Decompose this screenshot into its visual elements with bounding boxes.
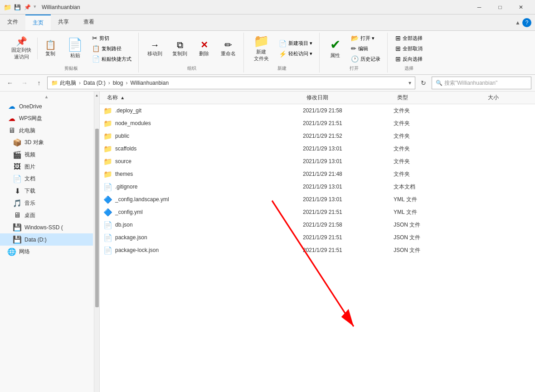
file-name-text: .gitignore (115, 184, 137, 190)
select-small-items: ⊞ 全部选择 ⊞ 全部取消 ⊞ 反向选择 (392, 33, 426, 64)
invert-select-button[interactable]: ⊞ 反向选择 (392, 54, 426, 64)
col-header-size[interactable]: 大小 (484, 92, 531, 103)
back-button[interactable]: ← (4, 77, 16, 89)
sidebar-item-datad[interactable]: 💾 Data (D:) (0, 233, 93, 246)
new-items: 📁 新建文件夹 📄 新建项目 ▾ ⚡ 轻松访问 ▾ (248, 33, 316, 64)
col-header-type[interactable]: 类型 (394, 92, 484, 103)
sidebar-item-music[interactable]: 🎵 音乐 (0, 197, 93, 209)
thispc-icon: 🖥 (7, 126, 16, 135)
file-row[interactable]: 📄 package-lock.json 2021/1/29 21:51 JSON… (100, 244, 535, 256)
file-row[interactable]: 📄 package.json 2021/1/29 21:51 JSON 文件 (100, 231, 535, 244)
select-none-icon: ⊞ (395, 45, 401, 52)
sidebar-item-downloads[interactable]: ⬇ 下载 (0, 185, 93, 197)
paste-shortcut-button[interactable]: 📄 粘贴快捷方式 (89, 54, 135, 64)
pin-to-quick-button[interactable]: 📌 固定到快速访问 (7, 34, 35, 63)
window-controls: ─ □ ✕ (469, 0, 531, 15)
history-button[interactable]: 🕐 历史记录 (348, 54, 384, 64)
file-list-header: 名称 ▲ 修改日期 类型 大小 (100, 92, 535, 104)
tab-home[interactable]: 主页 (25, 15, 51, 30)
sidebar-item-winssd[interactable]: 💾 Windows-SSD ( (0, 221, 93, 233)
file-row[interactable]: 📁 scaffolds 2021/1/29 13:01 文件夹 (100, 142, 535, 155)
sidebar-item-desktop[interactable]: 🖥 桌面 (0, 209, 93, 221)
cut-button[interactable]: ✂ 剪切 (89, 33, 135, 43)
new-item-button[interactable]: 📄 新建项目 ▾ (276, 39, 316, 48)
address-bar-area: ← → ↑ 📁 此电脑 › Data (D:) › blog › Willian… (0, 75, 535, 92)
copy-to-button[interactable]: ⧉ 复制到 (168, 38, 191, 59)
up-button[interactable]: ↑ (33, 77, 45, 89)
file-row[interactable]: 📄 db.json 2021/1/29 21:58 JSON 文件 (100, 218, 535, 231)
file-row[interactable]: 📁 .deploy_git 2021/1/29 21:58 文件夹 (100, 104, 535, 117)
col-header-name[interactable]: 名称 ▲ (103, 92, 303, 103)
sidebar-item-network[interactable]: 🌐 网络 (0, 246, 93, 258)
folder-icon: 📁 (103, 119, 112, 128)
json-icon: 📄 (103, 246, 112, 255)
sidebar-scrollbar[interactable]: ▲ ▼ (94, 92, 99, 392)
edit-button[interactable]: ✏ 编辑 (348, 44, 384, 53)
onedrive-icon: ☁ (7, 102, 16, 111)
col-header-date[interactable]: 修改日期 (303, 92, 394, 103)
open-button[interactable]: 📂 打开 ▾ (348, 33, 384, 43)
history-icon: 🕐 (351, 55, 359, 63)
close-button[interactable]: ✕ (511, 0, 531, 15)
wps-icon: ☁ (7, 114, 16, 123)
ribbon-content: 📌 固定到快速访问 📋 复制 📄 粘贴 ✂ 剪切 (0, 31, 535, 74)
file-row[interactable]: 🔷 _config.landscape.yml 2021/1/29 13:01 … (100, 193, 535, 206)
file-row-themes[interactable]: 📁 themes 2021/1/29 21:48 文件夹 (100, 168, 535, 180)
delete-button[interactable]: ✕ 删除 (193, 38, 215, 59)
file-type: 文件夹 (394, 120, 484, 127)
tab-view[interactable]: 查看 (76, 15, 102, 30)
folder-icon: 📁 (103, 106, 112, 115)
tab-share[interactable]: 共享 (51, 15, 76, 30)
help-button[interactable]: ? (522, 18, 531, 27)
ribbon-collapse-button[interactable]: ▲ (515, 19, 520, 26)
file-row[interactable]: 📁 source 2021/1/29 13:01 文件夹 (100, 155, 535, 168)
select-all-button[interactable]: ⊞ 全部选择 (392, 33, 426, 43)
easy-access-button[interactable]: ⚡ 轻松访问 ▾ (276, 49, 316, 59)
properties-button[interactable]: ✔ 属性 (324, 36, 346, 61)
copy-path-button[interactable]: 📋 复制路径 (89, 44, 135, 53)
vscroll-thumb[interactable] (95, 129, 99, 307)
search-bar[interactable]: 🔍 搜索"Willianhuanbian" (432, 77, 531, 89)
sidebar-item-wps[interactable]: ☁ WPS网盘 (0, 112, 93, 125)
select-all-icon: ⊞ (395, 34, 401, 42)
refresh-button[interactable]: ↻ (417, 77, 430, 89)
sidebar-item-picture[interactable]: 🖼 图片 (0, 161, 93, 173)
paste-icon: 📄 (67, 39, 83, 51)
address-dropdown[interactable]: ▾ (409, 80, 411, 86)
move-to-button[interactable]: → 移动到 (143, 38, 166, 59)
sidebar-label-desktop: 桌面 (24, 212, 89, 219)
open-small-items: 📂 打开 ▾ ✏ 编辑 🕐 历史记录 (348, 33, 384, 64)
rename-button[interactable]: ✏ 重命名 (217, 38, 240, 59)
sidebar-item-3d[interactable]: 📦 3D 对象 (0, 136, 93, 149)
file-date: 2021/1/29 21:51 (303, 209, 394, 215)
sidebar-item-onedrive[interactable]: ☁ OneDrive (0, 100, 93, 112)
file-row[interactable]: 📁 public 2021/1/29 21:52 文件夹 (100, 130, 535, 142)
sidebar-item-thispc[interactable]: 🖥 此电脑 (0, 125, 93, 136)
maximize-button[interactable]: □ (490, 0, 511, 15)
title-bar: 📁 💾 📌 ▾ Willianhuanbian ─ □ ✕ (0, 0, 535, 15)
vscroll-up-button[interactable]: ▲ (94, 92, 100, 99)
copy-path-icon: 📋 (92, 45, 100, 52)
copy-button[interactable]: 📋 复制 (39, 38, 61, 59)
select-none-button[interactable]: ⊞ 全部取消 (392, 44, 426, 53)
paste-button[interactable]: 📄 粘贴 (63, 36, 87, 61)
file-row[interactable]: 📄 .gitignore 2021/1/29 13:01 文本文档 (100, 180, 535, 193)
tab-file[interactable]: 文件 (0, 15, 25, 30)
sidebar-item-docs[interactable]: 📄 文档 (0, 173, 93, 185)
minimize-button[interactable]: ─ (469, 0, 490, 15)
file-type: YML 文件 (394, 208, 484, 216)
new-folder-button[interactable]: 📁 新建文件夹 (248, 33, 274, 64)
file-row[interactable]: 🔷 _config.yml 2021/1/29 21:51 YML 文件 (100, 206, 535, 218)
forward-button[interactable]: → (18, 77, 31, 89)
file-list: 📁 .deploy_git 2021/1/29 21:58 文件夹 📁 node… (100, 104, 535, 392)
window-title: Willianhuanbian (42, 4, 469, 10)
folder-icon: 📁 (103, 132, 112, 140)
select-items: ⊞ 全部选择 ⊞ 全部取消 ⊞ 反向选择 (392, 33, 426, 64)
sidebar-label-video: 视频 (24, 151, 89, 159)
file-name: 📁 public (103, 132, 303, 140)
ribbon-group-clipboard: 📌 固定到快速访问 📋 复制 📄 粘贴 ✂ 剪切 (4, 33, 139, 73)
new-small-items: 📄 新建项目 ▾ ⚡ 轻松访问 ▾ (276, 39, 316, 59)
file-row[interactable]: 📁 node_modules 2021/1/29 21:51 文件夹 (100, 117, 535, 130)
sidebar-item-video[interactable]: 🎬 视频 (0, 149, 93, 161)
address-bar[interactable]: 📁 此电脑 › Data (D:) › blog › Willianhuanbi… (47, 77, 415, 89)
